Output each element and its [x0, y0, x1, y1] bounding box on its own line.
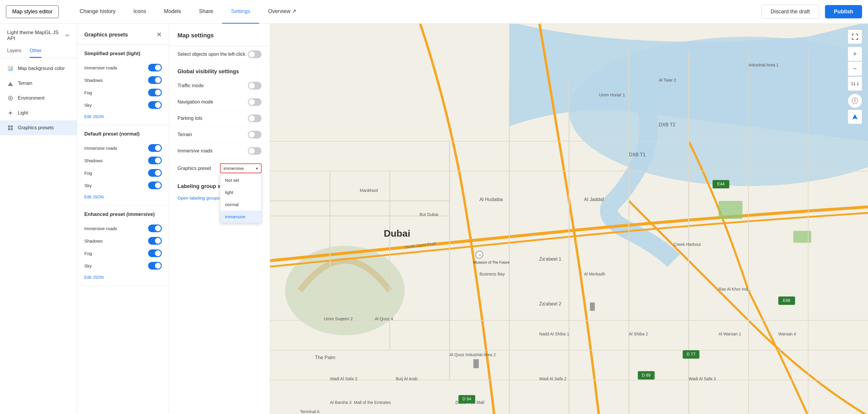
immersive-roads-toggle[interactable]: [248, 147, 261, 155]
svg-text:D 89: D 89: [642, 373, 651, 378]
toggle-knob: [249, 51, 255, 57]
svg-text:Industrial Area 1: Industrial Area 1: [748, 63, 779, 67]
toggle-knob: [155, 226, 161, 231]
default-edit-json-link[interactable]: Edit JSON: [84, 195, 103, 199]
fog-toggle[interactable]: [148, 169, 162, 177]
fog-toggle[interactable]: [148, 249, 162, 257]
location-button[interactable]: [848, 110, 862, 124]
light-icon: [7, 110, 14, 116]
toggle-knob: [249, 99, 255, 105]
simplified-preset-section: Simplified preset (light) Immersive road…: [77, 45, 169, 125]
immersive-roads-toggle[interactable]: [148, 225, 162, 232]
toggle-knob: [155, 145, 161, 151]
sidebar-item-environment[interactable]: Environment: [0, 91, 77, 106]
shadows-toggle[interactable]: [148, 237, 162, 245]
svg-text:D 77: D 77: [687, 352, 695, 356]
nav-settings[interactable]: Settings: [222, 0, 259, 24]
toggle-knob: [155, 65, 161, 71]
immersive-roads-toggle[interactable]: [148, 144, 162, 152]
navigation-mode-row: Navigation mode: [169, 94, 270, 110]
sidebar: Light theme MapGL JS API ✏ Layers Other …: [0, 24, 77, 414]
sidebar-items-list: Map background color Terrain Environment…: [0, 58, 77, 414]
select-objects-label: Select objects upon the left-click: [178, 51, 246, 57]
sidebar-item-terrain[interactable]: Terrain: [0, 76, 77, 91]
simplified-edit-json-link[interactable]: Edit JSON: [84, 114, 103, 119]
svg-marker-84: [852, 114, 858, 119]
default-fog-row: Fog: [84, 167, 162, 179]
dropdown-item-not-set[interactable]: Not set: [220, 174, 261, 186]
close-panel-button[interactable]: ✕: [156, 31, 162, 39]
parking-lots-toggle[interactable]: [248, 114, 261, 122]
parking-lots-label: Parking lots: [178, 116, 203, 121]
default-preset-title: Default preset (normal): [84, 131, 162, 137]
tab-layers[interactable]: Layers: [7, 44, 21, 58]
svg-text:Bur Dubai: Bur Dubai: [420, 212, 438, 217]
compass-icon: [851, 97, 859, 104]
svg-text:⊙: ⊙: [478, 253, 481, 256]
zoom-level-display: 11.1: [848, 76, 862, 91]
enhanced-edit-json-link[interactable]: Edit JSON: [84, 275, 103, 280]
svg-text:Wadi Al Safa 2: Wadi Al Safa 2: [539, 376, 566, 381]
svg-marker-0: [8, 82, 13, 86]
shadows-toggle[interactable]: [148, 76, 162, 84]
edit-icon[interactable]: ✏: [65, 32, 70, 39]
tab-other[interactable]: Other: [30, 44, 41, 58]
sky-toggle[interactable]: [148, 262, 162, 270]
svg-rect-15: [719, 201, 743, 219]
navigation-mode-label: Navigation mode: [178, 99, 213, 105]
zoom-out-button[interactable]: −: [848, 62, 862, 76]
svg-text:Umm Hurair 1: Umm Hurair 1: [599, 93, 625, 97]
terrain-label: Terrain: [178, 132, 192, 137]
svg-text:Al Shiba 2: Al Shiba 2: [629, 332, 648, 336]
navigation-mode-toggle[interactable]: [248, 98, 261, 106]
sidebar-item-graphics-presets[interactable]: Graphics presets: [0, 120, 77, 135]
graphics-icon: [7, 125, 14, 131]
sky-label: Sky: [84, 263, 92, 268]
nav-share[interactable]: Share: [190, 0, 222, 24]
shadows-toggle[interactable]: [148, 157, 162, 164]
terrain-toggle[interactable]: [248, 131, 261, 138]
map-styles-editor-button[interactable]: Map styles editor: [6, 5, 59, 18]
sidebar-title: Light theme MapGL JS API: [7, 30, 62, 41]
publish-button[interactable]: Publish: [825, 5, 862, 19]
svg-text:Al Jaddaf: Al Jaddaf: [584, 197, 604, 202]
map-settings-header: Map settings: [169, 24, 270, 46]
map-settings-title: Map settings: [178, 32, 261, 39]
environment-icon: [7, 95, 14, 101]
svg-text:Al Quoz 4: Al Quoz 4: [375, 316, 393, 321]
fullscreen-button[interactable]: [848, 30, 862, 44]
immersive-roads-label: Immersive roads: [84, 146, 117, 151]
panel-title: Graphics presets: [84, 32, 128, 38]
fog-label: Fog: [84, 251, 92, 256]
nav-overview[interactable]: Overview ↗: [259, 0, 305, 24]
fog-toggle[interactable]: [148, 89, 162, 96]
default-shadows-row: Shadows: [84, 154, 162, 167]
nav-change-history[interactable]: Change history: [71, 0, 124, 24]
immersive-roads-toggle[interactable]: [148, 64, 162, 71]
immersive-roads-row: Immersive roads: [169, 143, 270, 159]
compass-button[interactable]: [848, 94, 862, 108]
svg-text:Al Barsha 3: Al Barsha 3: [330, 400, 351, 405]
graphics-preset-select[interactable]: immersive ▾: [220, 163, 261, 173]
sidebar-item-light[interactable]: Light: [0, 106, 77, 120]
sky-toggle[interactable]: [148, 181, 162, 189]
svg-text:D 94: D 94: [463, 396, 471, 401]
select-objects-toggle[interactable]: [248, 50, 261, 58]
svg-text:Za'abeel 1: Za'abeel 1: [539, 256, 561, 262]
svg-rect-80: [590, 303, 595, 311]
dropdown-item-normal[interactable]: normal: [220, 198, 261, 211]
nav-models[interactable]: Models: [155, 0, 190, 24]
sidebar-item-map-bg-color[interactable]: Map background color: [0, 61, 77, 76]
traffic-mode-toggle[interactable]: [248, 82, 261, 90]
dropdown-item-immersive[interactable]: immersive: [220, 211, 261, 223]
nav-icons[interactable]: Icons: [124, 0, 155, 24]
sky-toggle[interactable]: [148, 101, 162, 109]
discard-draft-button[interactable]: Discard the draft: [762, 5, 819, 19]
simplified-preset-title: Simplified preset (light): [84, 51, 162, 57]
zoom-in-button[interactable]: +: [848, 47, 862, 61]
svg-text:Za'abeel 2: Za'abeel 2: [539, 301, 561, 306]
sidebar-item-label: Graphics presets: [18, 125, 54, 131]
svg-point-3: [9, 112, 11, 114]
dropdown-item-light[interactable]: light: [220, 186, 261, 198]
map-area: Dubai Za'abeel 1 Za'abeel 2 Al Hudaiba A…: [270, 24, 868, 414]
